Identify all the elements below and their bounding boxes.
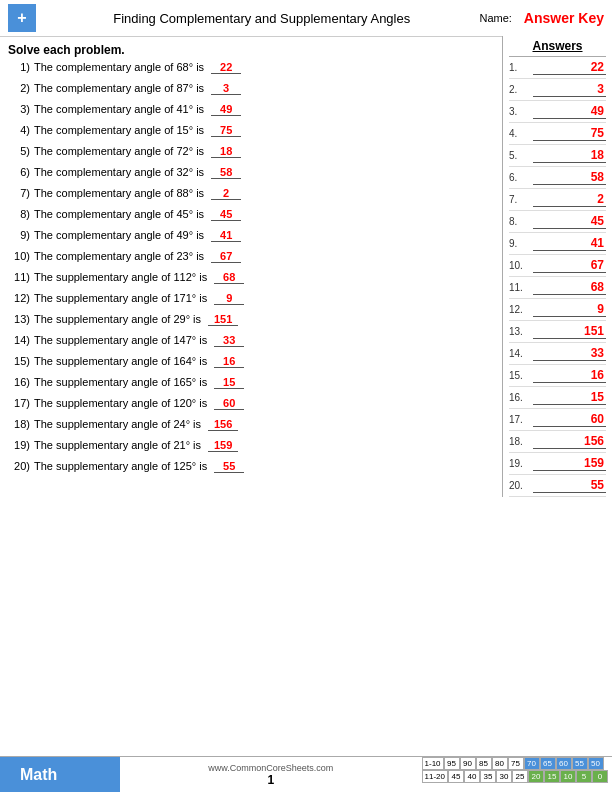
answer-entry-value: 68	[533, 280, 606, 295]
answer-entry-value: 45	[533, 214, 606, 229]
footer: Math www.CommonCoreSheets.com 1 1-109590…	[0, 756, 612, 792]
problem-number: 13)	[8, 313, 34, 325]
problem-number: 15)	[8, 355, 34, 367]
answer-entry-number: 18.	[509, 436, 531, 447]
footer-table-cell: 60	[556, 757, 572, 770]
footer-table-cell: 50	[588, 757, 604, 770]
header: + Finding Complementary and Supplementar…	[0, 0, 612, 37]
footer-page: 1	[267, 773, 274, 787]
answer-entry-value: 41	[533, 236, 606, 251]
answer-entry-number: 4.	[509, 128, 531, 139]
footer-table-row: 1-1095908580757065605550	[422, 757, 608, 770]
problem-row: 8)The complementary angle of 45° is 45	[8, 208, 488, 227]
footer-table-cell: 20	[528, 770, 544, 783]
answer-entry-value: 33	[533, 346, 606, 361]
problem-number: 8)	[8, 208, 34, 220]
answer-blank: 22	[211, 61, 241, 74]
answer-entry: 20.55	[509, 475, 606, 497]
problem-text: The complementary angle of 45° is 45	[34, 208, 488, 221]
answer-blank: 159	[208, 439, 238, 452]
answer-entry: 3.49	[509, 101, 606, 123]
answer-blank: 33	[214, 334, 244, 347]
answer-entry: 16.15	[509, 387, 606, 409]
answer-entry-value: 159	[533, 456, 606, 471]
footer-table-cell: 65	[540, 757, 556, 770]
answer-entry-value: 18	[533, 148, 606, 163]
problem-row: 3)The complementary angle of 41° is 49	[8, 103, 488, 122]
problem-row: 20)The supplementary angle of 125° is 55	[8, 460, 488, 479]
page-title: Finding Complementary and Supplementary …	[44, 11, 479, 26]
problem-text: The complementary angle of 15° is 75	[34, 124, 488, 137]
answer-entry-number: 6.	[509, 172, 531, 183]
answers-column-header: Answers	[509, 36, 606, 57]
answer-entry: 19.159	[509, 453, 606, 475]
problem-text: The supplementary angle of 164° is 16	[34, 355, 488, 368]
answer-blank: 156	[208, 418, 238, 431]
problem-row: 1)The complementary angle of 68° is 22	[8, 61, 488, 80]
problem-text: The supplementary angle of 24° is 156	[34, 418, 488, 431]
answer-entry: 11.68	[509, 277, 606, 299]
answer-entry: 13.151	[509, 321, 606, 343]
problem-text: The complementary angle of 88° is 2	[34, 187, 488, 200]
footer-table-row: 11-20454035302520151050	[422, 770, 608, 783]
footer-table-cell: 0	[592, 770, 608, 783]
answer-entry-value: 60	[533, 412, 606, 427]
footer-table-cell: 5	[576, 770, 592, 783]
answer-entry-number: 17.	[509, 414, 531, 425]
answer-entry-number: 8.	[509, 216, 531, 227]
problems-list: 1)The complementary angle of 68° is 222)…	[8, 61, 488, 479]
answer-blank: 15	[214, 376, 244, 389]
problem-text: The supplementary angle of 112° is 68	[34, 271, 488, 284]
problem-number: 19)	[8, 439, 34, 451]
problem-row: 7)The complementary angle of 88° is 2	[8, 187, 488, 206]
answer-entry-number: 16.	[509, 392, 531, 403]
problem-text: The supplementary angle of 21° is 159	[34, 439, 488, 452]
problem-row: 2)The complementary angle of 87° is 3	[8, 82, 488, 101]
problem-row: 19)The supplementary angle of 21° is 159	[8, 439, 488, 458]
answer-entry: 14.33	[509, 343, 606, 365]
problem-number: 10)	[8, 250, 34, 262]
footer-table-cell: 70	[524, 757, 540, 770]
answer-blank: 60	[214, 397, 244, 410]
footer-table-cell: 30	[496, 770, 512, 783]
answer-blank: 55	[214, 460, 244, 473]
answer-entry-value: 3	[533, 82, 606, 97]
footer-table-cell: 95	[444, 757, 460, 770]
problem-row: 6)The complementary angle of 32° is 58	[8, 166, 488, 185]
answer-entries-container: 1.222.33.494.755.186.587.28.459.4110.671…	[509, 57, 606, 497]
problem-text: The complementary angle of 49° is 41	[34, 229, 488, 242]
answer-entry-number: 5.	[509, 150, 531, 161]
problem-text: The complementary angle of 32° is 58	[34, 166, 488, 179]
problem-row: 5)The complementary angle of 72° is 18	[8, 145, 488, 164]
problem-row: 9)The complementary angle of 49° is 41	[8, 229, 488, 248]
answer-entry-number: 11.	[509, 282, 531, 293]
footer-table-cell: 80	[492, 757, 508, 770]
answer-entry: 18.156	[509, 431, 606, 453]
answer-entry-value: 156	[533, 434, 606, 449]
footer-table-cell: 10	[560, 770, 576, 783]
answer-entry-number: 15.	[509, 370, 531, 381]
footer-url: www.CommonCoreSheets.com	[208, 763, 333, 773]
answer-blank: 2	[211, 187, 241, 200]
footer-table-cell: 90	[460, 757, 476, 770]
answer-entry-value: 2	[533, 192, 606, 207]
footer-table-cell: 35	[480, 770, 496, 783]
problem-text: The supplementary angle of 120° is 60	[34, 397, 488, 410]
footer-table-cell: 85	[476, 757, 492, 770]
problem-number: 5)	[8, 145, 34, 157]
problem-number: 9)	[8, 229, 34, 241]
answer-entry: 9.41	[509, 233, 606, 255]
problem-text: The complementary angle of 23° is 67	[34, 250, 488, 263]
answer-entry: 4.75	[509, 123, 606, 145]
answer-blank: 58	[211, 166, 241, 179]
problem-row: 17)The supplementary angle of 120° is 60	[8, 397, 488, 416]
problem-text: The supplementary angle of 171° is 9	[34, 292, 488, 305]
answer-blank: 151	[208, 313, 238, 326]
answer-entry-number: 12.	[509, 304, 531, 315]
footer-table-cell: 75	[508, 757, 524, 770]
problem-text: The complementary angle of 41° is 49	[34, 103, 488, 116]
answer-entry-value: 151	[533, 324, 606, 339]
answer-entry-value: 49	[533, 104, 606, 119]
footer-center: www.CommonCoreSheets.com 1	[120, 757, 422, 792]
problem-text: The supplementary angle of 29° is 151	[34, 313, 488, 326]
